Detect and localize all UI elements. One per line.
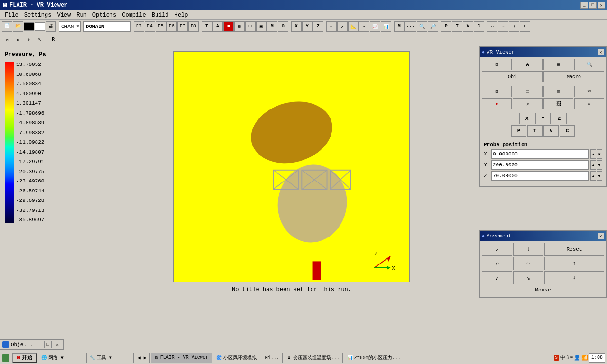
- vr-btn-grid1[interactable]: ⊞: [482, 59, 512, 70]
- tb-p[interactable]: P: [441, 21, 451, 32]
- probe-z-input[interactable]: [491, 171, 589, 181]
- tb-color1[interactable]: [24, 22, 34, 31]
- tb-back[interactable]: ↩: [487, 21, 497, 32]
- tb-fwd[interactable]: ↪: [498, 21, 508, 32]
- menu-view[interactable]: View: [54, 11, 74, 19]
- tb-t[interactable]: T: [452, 21, 462, 32]
- tb2-rotate[interactable]: ↺: [2, 35, 12, 45]
- vr-y-button[interactable]: Y: [535, 113, 551, 124]
- tb-scissors[interactable]: ✂: [359, 21, 369, 32]
- mov-btn-6[interactable]: ↙: [482, 271, 512, 284]
- menu-options[interactable]: Options: [90, 11, 119, 19]
- tb-down[interactable]: ⬇: [520, 21, 530, 32]
- menu-build[interactable]: Build: [149, 11, 172, 19]
- objects-close[interactable]: ✕: [54, 341, 61, 348]
- objects-maximize[interactable]: □: [44, 341, 52, 348]
- tb-arrow1[interactable]: ↗: [337, 21, 348, 32]
- taskbar-pressure[interactable]: 📊 Z=60m的小区压力...: [344, 353, 404, 363]
- tb-measure[interactable]: 📐: [348, 21, 359, 32]
- tb-mag2[interactable]: 🔎: [428, 21, 438, 32]
- tb-color2[interactable]: [35, 22, 45, 31]
- mov-btn-5[interactable]: ↑: [544, 257, 604, 270]
- viewport[interactable]: Z X: [173, 51, 410, 282]
- vr-btn-arrow1[interactable]: ↗: [513, 98, 543, 109]
- mov-btn-1[interactable]: ↙: [482, 243, 512, 256]
- tb-mag[interactable]: 🔍: [417, 21, 427, 32]
- vr-obj-button[interactable]: Obj: [482, 71, 543, 82]
- probe-y-down[interactable]: ▼: [597, 160, 602, 170]
- vr-v-button[interactable]: V: [543, 125, 559, 136]
- vr-btn-pen[interactable]: ✏: [574, 98, 604, 109]
- vr-z-button[interactable]: Z: [552, 113, 567, 124]
- tb-z[interactable]: Z: [313, 21, 323, 32]
- tb-v[interactable]: V: [463, 21, 473, 32]
- maximize-button[interactable]: □: [589, 2, 597, 9]
- tb2-move[interactable]: ✛: [24, 35, 34, 45]
- mov-reset[interactable]: Reset: [544, 243, 604, 256]
- tb-up[interactable]: ⬆: [509, 21, 519, 32]
- tb-chart[interactable]: 📈: [370, 21, 380, 32]
- menu-run[interactable]: Run: [74, 11, 90, 19]
- tb-f6[interactable]: F6: [166, 21, 177, 32]
- mov-btn-8[interactable]: ↓: [544, 271, 604, 284]
- probe-x-input[interactable]: [491, 149, 589, 159]
- tb-f4[interactable]: F4: [145, 21, 155, 32]
- vr-p-button[interactable]: P: [511, 125, 526, 136]
- probe-z-down[interactable]: ▼: [597, 171, 602, 181]
- tb2-zoom[interactable]: ⤡: [35, 35, 45, 45]
- minimize-button[interactable]: _: [580, 2, 588, 9]
- vr-x-button[interactable]: X: [519, 113, 534, 124]
- vr-btn-zoom[interactable]: 🔍: [574, 59, 604, 70]
- tb-m2[interactable]: M: [394, 21, 405, 32]
- vr-btn-box1[interactable]: ⊡: [482, 86, 512, 97]
- vr-macro-button[interactable]: Macro: [543, 71, 604, 82]
- start-button[interactable]: ⊞ 开始: [12, 353, 37, 363]
- vr-c-button[interactable]: C: [560, 125, 575, 136]
- tb2-rotate2[interactable]: ↻: [13, 35, 23, 45]
- mov-btn-7[interactable]: ↘: [513, 271, 543, 284]
- probe-x-down[interactable]: ▼: [597, 149, 602, 159]
- tb-x[interactable]: X: [291, 21, 302, 32]
- tb-dots[interactable]: ···: [405, 21, 416, 32]
- tb-sigma[interactable]: Σ: [202, 21, 212, 32]
- vr-btn-eye[interactable]: 👁: [574, 86, 604, 97]
- vr-viewer-close[interactable]: ✕: [598, 49, 604, 55]
- probe-x-up[interactable]: ▲: [590, 149, 596, 159]
- vr-btn-box2[interactable]: □: [513, 86, 543, 97]
- probe-y-input[interactable]: [491, 160, 589, 170]
- taskbar-flair-vr[interactable]: 🖥 FLAIR - VR Viewer: [151, 353, 212, 363]
- probe-z-up[interactable]: ▲: [590, 171, 596, 181]
- taskbar-network[interactable]: 🌐 网络 ▼: [38, 353, 85, 363]
- tb-square[interactable]: □: [245, 21, 256, 32]
- mov-btn-3[interactable]: ↩: [482, 257, 512, 270]
- menu-help[interactable]: Help: [172, 11, 191, 19]
- tb-f7[interactable]: F7: [177, 21, 188, 32]
- tb-dot[interactable]: ■: [223, 21, 234, 32]
- tb-a[interactable]: A: [212, 21, 223, 32]
- tb-o[interactable]: O: [278, 21, 288, 32]
- menu-settings[interactable]: Settings: [21, 11, 55, 19]
- tb-new[interactable]: 📄: [2, 21, 12, 32]
- taskbar-nav[interactable]: ◀ ▶: [135, 353, 150, 363]
- tb2-reset[interactable]: R: [48, 35, 58, 45]
- tb-print[interactable]: 🖨: [46, 21, 56, 32]
- taskbar-transformer[interactable]: 🌡 变压器装组温度场...: [284, 353, 343, 363]
- tb-f8[interactable]: F8: [188, 21, 199, 32]
- tb-f3[interactable]: F3: [134, 21, 144, 32]
- tb-chart2[interactable]: 📊: [381, 21, 391, 32]
- mov-btn-2[interactable]: ↓: [513, 243, 543, 256]
- tb-f5[interactable]: F5: [156, 21, 166, 32]
- vr-btn-box3[interactable]: ▥: [543, 86, 573, 97]
- tb-box[interactable]: ▣: [256, 21, 267, 32]
- vr-btn-a[interactable]: A: [513, 59, 543, 70]
- vr-btn-dot[interactable]: ●: [482, 98, 512, 109]
- chan-dropdown-arrow[interactable]: ▼: [75, 24, 80, 29]
- taskbar-wind-sim[interactable]: 🌀 小区风环境模拟 - Mi...: [213, 353, 283, 363]
- domain-input[interactable]: DOMAIN: [83, 21, 131, 32]
- taskbar-tools[interactable]: 🔧 工具 ▼: [86, 353, 134, 363]
- probe-y-up[interactable]: ▲: [590, 160, 596, 170]
- tb-c[interactable]: C: [474, 21, 484, 32]
- vr-btn-img[interactable]: 🖼: [543, 98, 573, 109]
- movement-close[interactable]: ✕: [598, 233, 604, 239]
- tb-open[interactable]: 📂: [13, 21, 23, 32]
